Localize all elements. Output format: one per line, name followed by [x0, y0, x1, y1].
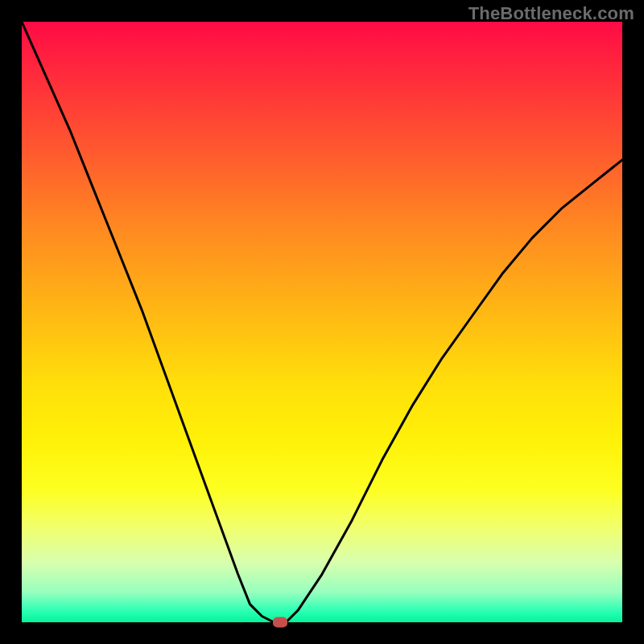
optimal-point-marker	[273, 617, 287, 628]
bottleneck-curve	[22, 22, 622, 622]
plot-area	[22, 22, 622, 622]
watermark-text: TheBottleneck.com	[469, 3, 634, 24]
chart-stage: TheBottleneck.com	[0, 0, 644, 644]
